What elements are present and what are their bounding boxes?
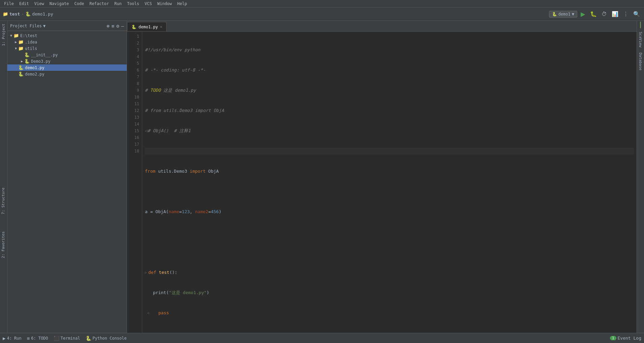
run-label: 4: Run [7,336,21,341]
run-config-name: demo1 [558,12,571,17]
terminal-label: Terminal [61,336,80,341]
fold-indicator-12[interactable]: ▷ [145,269,147,276]
folder-icon: 📁 [3,11,8,17]
menu-view[interactable]: View [32,0,47,7]
code-text: from [145,168,158,175]
arrow-idea: ▶ [13,40,18,44]
settings-icon[interactable]: ⚙ [116,23,119,29]
label-idea: .idea [25,40,37,45]
hide-icon[interactable]: – [121,23,124,29]
menu-vcs[interactable]: VCS [142,0,155,7]
terminal-icon: ⬛ [54,336,59,341]
code-text: def [148,269,159,276]
profile-button[interactable]: 📊 [610,9,620,19]
menu-window[interactable]: Window [155,0,175,7]
menu-help[interactable]: Help [175,0,190,7]
code-editor[interactable]: 1 2 3 4 5 6 7 8 9 10 11 12 13 14 15 16 1… [127,32,637,333]
menu-run[interactable]: Run [112,0,124,7]
run-config-selector[interactable]: 🐍 demo1 ▼ [549,11,577,18]
event-log-label[interactable]: Event Log [618,336,641,341]
run-config-icon: 🐍 [552,12,557,17]
code-text: print("这是 demo1.py") [145,289,209,296]
menu-refactor[interactable]: Refactor [87,0,112,7]
structure-tab[interactable]: 7: Structure [0,185,6,216]
main-content: 1: Project Project Files ▼ ⊕ ≡ ⚙ – ▼ 📁 E… [0,21,644,333]
code-line-10 [145,229,634,235]
arrow-demo3: ▶ [20,59,24,63]
code-line-1: #!/usr/bin/env python [145,47,634,53]
todo-tool-button[interactable]: ≡ 6: TODO [27,336,48,341]
run-coverage-button[interactable]: ⏱ [600,10,608,19]
code-line-6 [145,148,634,154]
sidebar-tab-project[interactable]: 1: Project [0,21,7,49]
arrow-utils: ▼ [13,47,18,50]
gutter-5: ◁ [145,127,148,134]
run-button[interactable]: ▶ [579,9,587,19]
scaview-tab[interactable]: ScaView [637,29,644,50]
file-icon-demo1: 🐍 [18,65,24,70]
tab-label: demo1.py [139,25,158,29]
panel-title: Project Files ▼ [10,24,45,28]
label-demo1: demo1.py [25,65,44,70]
menu-navigate[interactable]: Navigate [47,0,72,7]
breadcrumb-file[interactable]: demo1.py [32,11,53,17]
toolbar-actions: 🐍 demo1 ▼ ▶ 🐛 ⏱ 📊 ⋮ 🔍 [549,9,641,19]
code-text: a = ObjA(name=123, name2=456) [145,208,221,215]
panel-header: Project Files ▼ ⊕ ≡ ⚙ – [7,21,127,31]
code-line-14: ◁pass [145,310,634,316]
run-icon: ▶ [3,336,5,341]
menu-code[interactable]: Code [72,0,87,7]
tree-item-demo1[interactable]: 🐍 demo1.py [7,64,127,71]
tree-item-demo3[interactable]: ▶ 🐍 Demo3.py [7,58,127,64]
file-tree: ▼ 📁 E:\test ▶ 📁 .idea ▼ 📁 utils [7,31,127,333]
tree-item-idea[interactable]: ▶ 📁 .idea [7,39,127,45]
run-tool-button[interactable]: ▶ 4: Run [3,336,22,341]
code-text: # from utils.Demo3 import ObjA [145,107,224,114]
arrow-root: ▼ [9,34,13,37]
editor-tabs: 🐍 demo1.py ✕ [127,21,637,32]
menu-edit[interactable]: Edit [17,0,32,7]
tree-item-root[interactable]: ▼ 📁 E:\test [7,32,127,39]
code-line-8 [145,188,634,195]
code-text: #!/usr/bin/env python [145,47,200,53]
code-line-5: ◁# ObjA() # 注释1 [145,127,634,134]
left-sidebar-tabs: 1: Project [0,21,7,333]
terminal-button[interactable]: ⬛ Terminal [54,336,80,341]
code-line-3: # TODO 这是 demo1.py [145,87,634,94]
collapse-icon[interactable]: ≡ [112,23,114,29]
database-tab[interactable]: Database [637,50,644,73]
debug-button[interactable]: 🐛 [589,9,598,19]
right-sidebar: ScaView Database [637,21,644,333]
bottom-right: 1 Event Log [610,336,641,341]
tab-close-button[interactable]: ✕ [160,25,162,29]
code-content[interactable]: #!/usr/bin/env python # -*- coding: utf-… [142,32,637,333]
file-icon-demo3: 🐍 [24,59,30,64]
code-line-9: a = ObjA(name=123, name2=456) [145,208,634,215]
todo-label: 6: TODO [31,336,48,341]
search-button[interactable]: 🔍 [632,9,641,19]
locate-icon[interactable]: ⊕ [106,23,109,29]
folder-icon-idea: 📁 [18,39,24,45]
tree-item-utils[interactable]: ▼ 📁 utils [7,45,127,52]
favorites-tab[interactable]: 2: Favorites [0,229,6,260]
editor-area: 🐍 demo1.py ✕ 1 2 3 4 5 6 7 8 9 10 11 12 … [127,21,637,333]
panel-dropdown-icon[interactable]: ▼ [43,24,45,28]
tree-item-demo2[interactable]: 🐍 demo2.py [7,71,127,77]
file-icon: 🐍 [25,11,31,17]
tab-icon: 🐍 [131,25,136,29]
todo-icon: ≡ [27,336,30,341]
more-button[interactable]: ⋮ [622,9,630,19]
menu-tools[interactable]: Tools [124,0,142,7]
tab-demo1[interactable]: 🐍 demo1.py ✕ [127,22,166,31]
label-demo2: demo2.py [25,72,44,77]
project-panel: Project Files ▼ ⊕ ≡ ⚙ – ▼ 📁 E:\test ▶ [7,21,127,333]
tree-item-init[interactable]: 🐍 __init__.py [7,52,127,58]
breadcrumb-separator: › [21,11,24,17]
project-name[interactable]: test [9,11,20,17]
folder-icon-root: 📁 [13,33,19,38]
python-console-button[interactable]: 🐍 Python Console [86,336,127,341]
menu-file[interactable]: File [1,0,17,7]
breadcrumb: 📁 test › 🐍 demo1.py [3,11,548,17]
label-init: __init__.py [31,53,58,57]
code-line-7: from utils.Demo3 import ObjA [145,168,634,175]
